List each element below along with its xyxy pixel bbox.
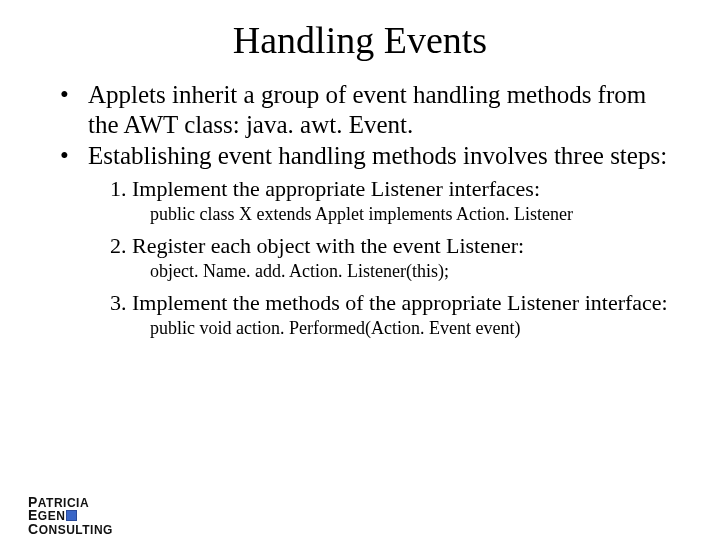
step-text: Implement the methods of the appropriate… <box>132 290 668 315</box>
step-text: Register each object with the event List… <box>132 233 524 258</box>
steps-list: 2. Register each object with the event L… <box>110 232 680 260</box>
company-logo: PATRICIA EGEN CONSULTING <box>28 496 113 536</box>
steps-list: 1. Implement the appropriate Listener in… <box>110 175 680 203</box>
step-number: 2. <box>110 233 127 258</box>
bullet-list: Applets inherit a group of event handlin… <box>60 80 680 171</box>
logo-box-icon <box>66 510 77 521</box>
step-number: 1. <box>110 176 127 201</box>
step-item: 3. Implement the methods of the appropri… <box>110 289 680 317</box>
bullet-item: Establishing event handling methods invo… <box>60 141 680 171</box>
code-line: public void action. Performed(Action. Ev… <box>150 318 680 340</box>
step-text: Implement the appropriate Listener inter… <box>132 176 540 201</box>
step-item: 1. Implement the appropriate Listener in… <box>110 175 680 203</box>
code-line: object. Name. add. Action. Listener(this… <box>150 261 680 283</box>
logo-line-3: CONSULTING <box>28 523 113 536</box>
slide: Handling Events Applets inherit a group … <box>0 18 720 540</box>
logo-line-1: PATRICIA <box>28 496 113 509</box>
code-line: public class X extends Applet implements… <box>150 204 680 226</box>
bullet-item: Applets inherit a group of event handlin… <box>60 80 680 139</box>
steps-list: 3. Implement the methods of the appropri… <box>110 289 680 317</box>
step-item: 2. Register each object with the event L… <box>110 232 680 260</box>
step-number: 3. <box>110 290 127 315</box>
slide-title: Handling Events <box>0 18 720 62</box>
logo-line-2: EGEN <box>28 509 113 522</box>
